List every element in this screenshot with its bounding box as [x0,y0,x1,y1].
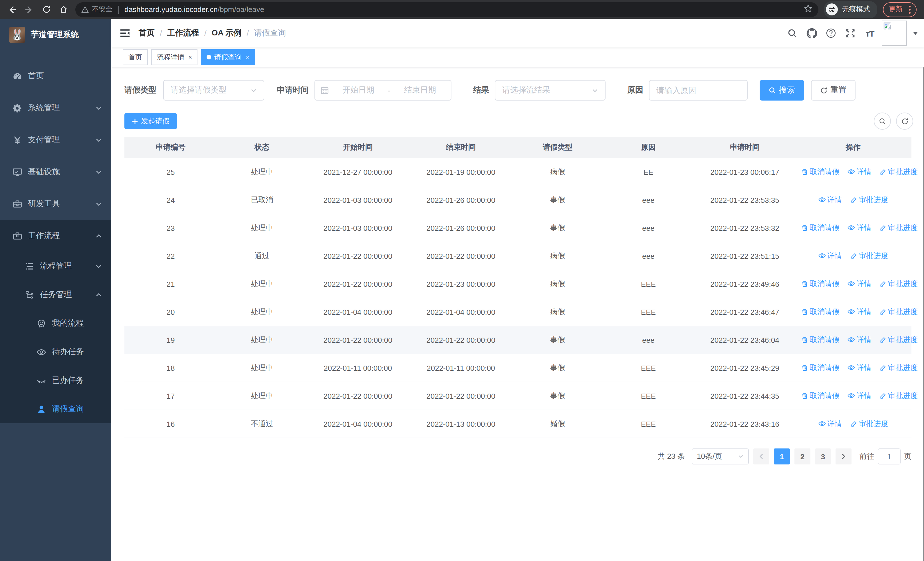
cell-type: 事假 [513,354,602,382]
start-date-placeholder[interactable]: 开始日期 [333,85,383,95]
cell-reason: eee [602,214,694,242]
toggle-search-button[interactable] [874,113,891,130]
close-icon[interactable]: × [246,54,249,60]
table-row: 16不通过2022-01-04 00:00:002022-01-13 00:00… [124,410,912,438]
progress-action-link[interactable]: 审批进度 [879,363,918,373]
refresh-table-button[interactable] [896,113,913,130]
browser-menu-icon[interactable] [909,5,911,14]
detail-action-link[interactable]: 详情 [818,195,842,205]
result-select[interactable]: 请选择流结果 [495,80,606,101]
pagination: 共 23 条 10条/页 123 前往 页 [658,448,912,465]
page-size-select[interactable]: 10条/页 [692,448,749,465]
cancel-action-link[interactable]: 取消请假 [801,307,840,317]
sidebar-item-基础设施[interactable]: 基础设施 [0,156,111,188]
fullscreen-icon[interactable] [843,26,858,41]
cancel-action-link[interactable]: 取消请假 [801,335,840,345]
avatar-caret-icon[interactable] [913,28,918,38]
cancel-action-link[interactable]: 取消请假 [801,223,840,233]
back-icon[interactable] [3,2,21,17]
sidebar-item-请假查询[interactable]: 请假查询 [0,395,111,423]
cancel-action-link[interactable]: 取消请假 [801,391,840,401]
tab-首页[interactable]: 首页 [123,49,148,65]
close-icon[interactable]: × [188,54,192,60]
browser-update-button[interactable]: 更新 [883,2,916,17]
font-size-icon[interactable]: ᴛT [862,26,877,41]
detail-action-link[interactable]: 详情 [818,419,842,429]
cancel-action-link[interactable]: 取消请假 [801,279,840,289]
create-leave-label: 发起请假 [141,116,170,126]
detail-action-link[interactable]: 详情 [848,307,872,317]
detail-action-link[interactable]: 详情 [818,251,842,261]
cancel-action-link[interactable]: 取消请假 [801,363,840,373]
sidebar-item-研发工具[interactable]: 研发工具 [0,188,111,220]
page-button-1[interactable]: 1 [774,448,790,465]
progress-action-link[interactable]: 审批进度 [879,279,918,289]
url-text[interactable]: dashboard.yudao.iocoder.cn/bpm/oa/leave [124,5,804,14]
help-icon[interactable] [824,26,838,41]
sidebar-item-我的流程[interactable]: 我的流程 [0,309,111,338]
bookmark-star-icon[interactable] [804,4,813,15]
goto-page-input[interactable] [878,448,901,465]
progress-action-link[interactable]: 审批进度 [879,307,918,317]
cell-id: 18 [124,354,217,382]
search-button[interactable]: 搜索 [760,80,804,101]
view-icon [848,168,855,176]
page-button-2[interactable]: 2 [795,448,810,465]
cancel-action-link[interactable]: 取消请假 [801,167,840,177]
security-status[interactable]: 不安全 [81,5,112,14]
github-icon[interactable] [804,26,819,41]
cell-start: 2022-01-03 00:00:00 [307,186,409,214]
next-page-button[interactable] [836,448,852,465]
detail-action-link[interactable]: 详情 [848,363,872,373]
view-icon [848,392,855,400]
prev-page-button[interactable] [753,448,770,465]
create-leave-button[interactable]: 发起请假 [124,113,177,129]
sidebar-item-系统管理[interactable]: 系统管理 [0,92,111,124]
address-bar[interactable]: 不安全 dashboard.yudao.iocoder.cn/bpm/oa/le… [75,2,818,17]
detail-action-link[interactable]: 详情 [848,279,872,289]
progress-action-link[interactable]: 审批进度 [850,251,888,261]
tab-请假查询[interactable]: 请假查询× [201,49,255,65]
breadcrumb-workflow[interactable]: 工作流程 [167,28,199,38]
sidebar-item-支付管理[interactable]: 支付管理 [0,124,111,156]
progress-action-link[interactable]: 审批进度 [879,167,918,177]
result-label: 结果 [473,85,489,95]
progress-action-link[interactable]: 审批进度 [879,223,918,233]
progress-action-link[interactable]: 审批进度 [879,335,918,345]
progress-action-link[interactable]: 审批进度 [879,391,918,401]
sidebar-item-任务管理[interactable]: 任务管理 [0,281,111,309]
app-logo-row[interactable]: 🐰 芋道管理系统 [0,19,111,51]
sidebar-item-首页[interactable]: 首页 [0,60,111,92]
reset-button[interactable]: 重置 [811,80,855,101]
detail-action-link[interactable]: 详情 [848,167,872,177]
sidebar-item-待办任务[interactable]: 待办任务 [0,338,111,366]
page-button-3[interactable]: 3 [815,448,831,465]
tab-流程详情[interactable]: 流程详情× [151,49,198,65]
cell-end: 2022-01-19 00:00:00 [409,158,513,186]
progress-action-link[interactable]: 审批进度 [850,195,888,205]
leave-type-select[interactable]: 请选择请假类型 [163,80,264,101]
sidebar-item-流程管理[interactable]: 流程管理 [0,252,111,281]
reload-icon[interactable] [38,2,55,17]
reason-input[interactable] [650,81,747,100]
detail-action-link[interactable]: 详情 [848,391,872,401]
sidebar-item-工作流程[interactable]: 工作流程 [0,220,111,252]
apply-time-range-picker[interactable]: 开始日期 - 结束日期 [315,80,452,101]
home-icon[interactable] [55,2,72,17]
avatar[interactable] [882,21,907,46]
sidebar: 🐰 芋道管理系统 首页系统管理支付管理基础设施研发工具工作流程流程管理任务管理我… [0,19,111,561]
sidebar-collapse-icon[interactable] [111,27,139,39]
forward-icon[interactable] [21,2,38,17]
breadcrumb-oa[interactable]: OA 示例 [212,28,242,38]
column-header: 请假类型 [513,137,602,158]
header-search-icon[interactable] [785,26,800,41]
progress-action-link[interactable]: 审批进度 [850,419,888,429]
detail-action-link[interactable]: 详情 [848,335,872,345]
end-date-placeholder[interactable]: 结束日期 [395,85,445,95]
search-label: 搜索 [779,85,795,95]
table-row: 20处理中2022-01-04 00:00:002022-01-04 00:00… [124,298,912,326]
detail-action-link[interactable]: 详情 [848,223,872,233]
breadcrumb-home[interactable]: 首页 [139,28,154,38]
view-icon [848,364,855,371]
sidebar-item-已办任务[interactable]: 已办任务 [0,366,111,395]
